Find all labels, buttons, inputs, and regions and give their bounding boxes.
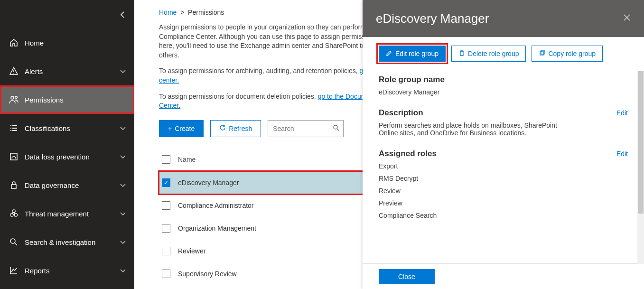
role-item: Preview: [379, 199, 628, 207]
delete-icon: [458, 50, 465, 58]
edit-roles-link[interactable]: Edit: [616, 150, 628, 158]
sidebar-item-label: Permissions: [25, 96, 126, 104]
row-checkbox[interactable]: [162, 201, 170, 210]
sidebar-item-label: Threat management: [25, 210, 120, 218]
role-group-name-value: eDiscovery Manager: [379, 88, 628, 96]
edit-description-link[interactable]: Edit: [616, 109, 628, 117]
sidebar-item-label: Classifications: [25, 124, 120, 132]
svg-rect-24: [540, 51, 543, 55]
role-item: Export: [379, 162, 628, 170]
panel-body: Edit role group Delete role group Copy r…: [363, 37, 644, 263]
row-checkbox[interactable]: [162, 247, 170, 255]
panel-actions: Edit role group Delete role group Copy r…: [379, 46, 628, 62]
chevron-down-icon: [120, 238, 126, 246]
row-name: Organization Management: [178, 224, 256, 232]
column-header-name[interactable]: Name: [178, 156, 196, 163]
breadcrumb-current: Permissions: [188, 9, 224, 16]
refresh-button[interactable]: Refresh: [210, 120, 261, 137]
row-name: Reviewer: [178, 247, 205, 255]
panel-footer: Close: [363, 263, 644, 289]
svg-point-14: [10, 214, 13, 216]
panel-title: eDiscovery Manager: [376, 11, 489, 26]
list-icon: [9, 123, 19, 133]
chevron-down-icon: [120, 267, 126, 274]
chart-icon: [9, 265, 19, 276]
role-group-name-label: Role group name: [379, 75, 628, 84]
copy-role-group-button[interactable]: Copy role group: [532, 46, 603, 62]
role-item: Compliance Search: [379, 212, 628, 219]
svg-point-15: [14, 214, 17, 216]
assigned-roles-label: Assigned roles: [379, 149, 437, 158]
sidebar-item-permissions[interactable]: Permissions: [0, 85, 134, 114]
assigned-roles-list: Export RMS Decrypt Review Preview Compli…: [379, 162, 628, 219]
search-icon[interactable]: [333, 124, 339, 132]
chevron-down-icon: [120, 67, 126, 75]
svg-point-1: [13, 73, 14, 74]
sidebar-item-label: Search & investigation: [25, 238, 120, 246]
description-label: Description: [379, 108, 423, 118]
sidebar-item-alerts[interactable]: Alerts: [0, 57, 134, 85]
details-panel: eDiscovery Manager Edit role group Delet…: [363, 0, 644, 289]
main-content: Home > Permissions Assign permissions to…: [134, 0, 644, 289]
sidebar-item-governance[interactable]: Data governance: [0, 171, 134, 199]
svg-point-20: [334, 125, 337, 129]
role-item: RMS Decrypt: [379, 175, 628, 182]
collapse-sidebar-icon[interactable]: [120, 11, 125, 20]
sidebar-item-classifications[interactable]: Classifications: [0, 114, 134, 142]
close-button[interactable]: Close: [379, 269, 435, 284]
sidebar: Home Alerts Permissions Classifications …: [0, 0, 134, 289]
alert-icon: [9, 66, 19, 76]
svg-line-17: [15, 243, 17, 245]
sidebar-item-label: Home: [25, 39, 126, 47]
sidebar-item-home[interactable]: Home: [0, 28, 134, 57]
chevron-down-icon: [120, 210, 126, 217]
svg-point-2: [11, 96, 14, 99]
search-icon: [9, 237, 19, 247]
lock-icon: [9, 180, 19, 190]
row-name: Compliance Administrator: [178, 202, 254, 209]
home-icon: [9, 37, 19, 48]
row-checkbox[interactable]: ✓: [162, 178, 170, 187]
search-box[interactable]: [268, 120, 344, 137]
create-button[interactable]: +Create: [159, 120, 204, 137]
sidebar-item-label: Alerts: [25, 67, 120, 75]
breadcrumb-sep: >: [178, 9, 186, 16]
edit-role-group-button[interactable]: Edit role group: [379, 46, 446, 62]
svg-point-16: [10, 239, 15, 243]
svg-point-3: [15, 96, 18, 99]
chevron-down-icon: [120, 181, 126, 189]
edit-icon: [386, 50, 392, 58]
copy-icon: [539, 50, 545, 58]
close-icon[interactable]: [623, 14, 631, 24]
breadcrumb-home[interactable]: Home: [159, 9, 177, 16]
svg-line-21: [337, 129, 339, 131]
select-all-checkbox[interactable]: [162, 155, 170, 164]
sidebar-item-label: Data loss prevention: [25, 153, 120, 161]
scrollbar-thumb[interactable]: [638, 71, 644, 214]
sidebar-item-dlp[interactable]: Data loss prevention: [0, 142, 134, 171]
delete-role-group-button[interactable]: Delete role group: [451, 46, 526, 62]
sidebar-item-threat[interactable]: Threat management: [0, 199, 134, 228]
plus-icon: +: [168, 125, 172, 132]
description-value: Perform searches and place holds on mail…: [379, 121, 578, 137]
sidebar-item-search[interactable]: Search & investigation: [0, 228, 134, 256]
chevron-down-icon: [120, 124, 126, 132]
row-name: eDiscovery Manager: [178, 179, 239, 186]
shield-icon: [9, 151, 19, 162]
row-name: Supervisory Review: [178, 270, 237, 278]
people-icon: [9, 94, 19, 105]
sidebar-item-reports[interactable]: Reports: [0, 256, 134, 285]
sidebar-item-label: Reports: [25, 267, 120, 275]
svg-rect-11: [11, 185, 16, 188]
row-checkbox[interactable]: [162, 224, 170, 233]
svg-rect-25: [541, 50, 544, 54]
role-item: Review: [379, 187, 628, 195]
biohazard-icon: [9, 208, 19, 219]
refresh-icon: [219, 124, 226, 132]
sidebar-item-label: Data governance: [25, 181, 120, 189]
panel-header: eDiscovery Manager: [363, 0, 644, 37]
svg-point-13: [12, 210, 15, 213]
search-input[interactable]: [273, 125, 338, 132]
chevron-down-icon: [120, 153, 126, 160]
row-checkbox[interactable]: [162, 270, 170, 278]
